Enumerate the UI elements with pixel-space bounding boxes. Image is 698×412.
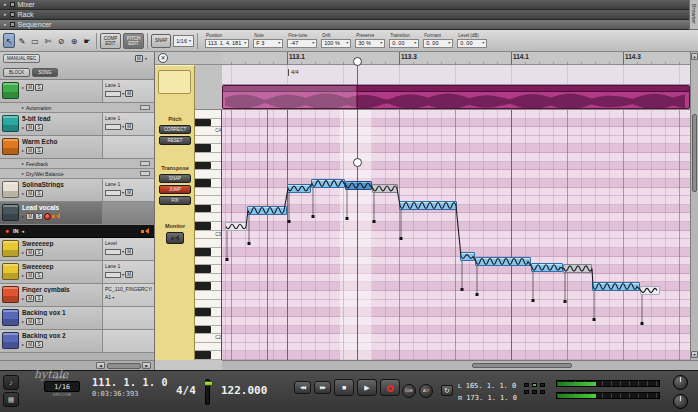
track-lane-column[interactable]: Lane 1▾M <box>102 261 154 283</box>
lane-selector[interactable] <box>105 249 121 255</box>
mixer-window-bar[interactable]: ▸ Mixer <box>0 0 689 10</box>
lane-mute-button[interactable]: M <box>125 248 133 255</box>
track-fold-icon[interactable]: ▸ <box>22 296 24 301</box>
alt-button[interactable]: ALT <box>419 384 433 398</box>
track-row[interactable]: Backing vox 2▸MS <box>0 330 154 353</box>
scroll-left-icon[interactable]: ◀ <box>96 362 105 369</box>
piano-key[interactable] <box>195 257 222 266</box>
dropdown-caret-icon[interactable]: ▾ <box>122 91 124 96</box>
piano-key[interactable] <box>195 188 222 197</box>
record-button[interactable] <box>380 379 400 396</box>
track-lane-column[interactable]: Lane 1▾M <box>102 179 154 201</box>
piano-key[interactable] <box>195 110 222 119</box>
track-row[interactable]: Sweeeeep▸MSLevel▾M <box>0 238 154 261</box>
vertical-scrollbar[interactable]: ▲ ▼ <box>690 52 698 360</box>
solo-button[interactable]: S <box>35 249 43 256</box>
play-button[interactable]: ▶ <box>357 379 377 396</box>
dropdown-caret-icon[interactable]: ▾ <box>122 124 124 129</box>
piano-key[interactable] <box>195 274 222 283</box>
pads-pad-button[interactable]: ▦ <box>3 392 19 407</box>
groove-label[interactable]: GROOVE <box>44 392 80 398</box>
automation-lane-box[interactable] <box>140 171 150 176</box>
fold-icon[interactable]: ▸ <box>4 12 7 17</box>
track-lane-column[interactable] <box>102 330 154 352</box>
mute-button[interactable]: M <box>26 124 34 131</box>
horizontal-scrollbar[interactable] <box>222 360 698 370</box>
pitch-note[interactable] <box>592 282 640 291</box>
lane-selector[interactable] <box>105 124 121 130</box>
mute-button[interactable]: M <box>26 272 34 279</box>
hand-tool[interactable]: ☛ <box>81 33 93 48</box>
pitch-note[interactable] <box>287 184 311 193</box>
field-value[interactable]: 100 %▾ <box>321 39 351 48</box>
pitch-note[interactable] <box>563 264 592 273</box>
dropdown-caret-icon[interactable]: ▾ <box>122 272 124 277</box>
fold-icon[interactable]: ▸ <box>4 2 7 7</box>
pitch-note[interactable] <box>460 252 475 261</box>
lane-mute-button[interactable]: M <box>125 90 133 97</box>
track-fold-icon[interactable]: ▸ <box>22 342 24 347</box>
solo-button[interactable]: S <box>35 318 43 325</box>
piano-key[interactable] <box>195 291 222 300</box>
field-value[interactable]: -47▾ <box>287 39 317 48</box>
piano-key[interactable] <box>195 153 222 162</box>
piano-key[interactable]: C3 <box>195 231 222 240</box>
mute-tool[interactable]: ⊘ <box>55 33 67 48</box>
mute-button[interactable]: M <box>26 84 34 91</box>
track-lane-column[interactable]: Lane 1▾M <box>102 113 154 135</box>
dropdown-caret-icon[interactable]: ▾ <box>122 190 124 195</box>
track-fold-icon[interactable]: ▸ <box>22 148 24 153</box>
track-row[interactable]: 5-bit lead▸MSLane 1▾M <box>0 113 154 136</box>
snap-value-dropdown[interactable]: 1/16 ▾ <box>173 35 194 47</box>
scrollbar-thumb[interactable] <box>472 363 572 368</box>
track-row[interactable]: Backing vox 1▸MS <box>0 307 154 330</box>
scroll-down-icon[interactable]: ▼ <box>691 351 698 358</box>
lane-mute-button[interactable]: M <box>125 123 133 130</box>
solo-button[interactable]: S <box>35 272 43 279</box>
time-signature-display[interactable]: 4/4 <box>176 384 196 397</box>
click-level-slider[interactable] <box>205 379 210 405</box>
pencil-tool[interactable]: ✎ <box>16 33 28 48</box>
lane-mute-button[interactable]: M <box>125 271 133 278</box>
bar-position-display[interactable]: 111. 1. 1. 0 <box>92 377 168 388</box>
track-lane-column[interactable] <box>102 202 154 224</box>
track-fold-icon[interactable]: ▸ <box>22 85 24 90</box>
metronome-pad-button[interactable]: ♪ <box>3 375 19 390</box>
track-input-row[interactable]: IN◂ <box>0 225 154 238</box>
track-row[interactable]: Warm Echo▸MS <box>0 136 154 159</box>
cursor-marker-handle[interactable] <box>353 57 362 66</box>
scroll-up-icon[interactable]: ▲ <box>691 53 698 60</box>
transpose-snap-button[interactable]: SNAP <box>159 174 191 183</box>
manual-rec-button[interactable]: MANUAL REC <box>3 54 40 63</box>
mute-button[interactable]: M <box>26 318 34 325</box>
lane-selector[interactable] <box>105 91 121 97</box>
scroll-right-icon[interactable]: ▶ <box>142 362 151 369</box>
automation-lane-box[interactable] <box>140 161 150 166</box>
pitch-edit-button[interactable]: PITCH EDIT <box>123 33 144 49</box>
solo-button[interactable]: S <box>35 190 43 197</box>
track-lane-column[interactable]: PC_110_FINGERCYMBA1▾ <box>102 284 154 306</box>
piano-key[interactable]: C2 <box>195 334 222 343</box>
pitch-edit-grid[interactable] <box>222 110 690 360</box>
dropdown-caret-icon[interactable]: ▾ <box>122 249 124 254</box>
field-value[interactable]: 0. 00▾ <box>457 39 487 48</box>
track-lane-column[interactable]: Lane 1▾M <box>102 80 154 102</box>
piano-key[interactable] <box>195 196 222 205</box>
pitch-note[interactable] <box>399 201 457 210</box>
tempo-display[interactable]: 122.000 <box>221 384 267 397</box>
slider-thumb[interactable] <box>204 381 213 386</box>
fold-icon[interactable]: ▸ <box>22 171 24 176</box>
track-row[interactable]: Sweeeeep▸MSLane 1▾M <box>0 261 154 284</box>
loop-right-display[interactable]: 173. 1. 1. 0 <box>466 394 517 402</box>
snap-toggle-button[interactable]: SNAP <box>151 34 171 48</box>
mute-button[interactable]: M <box>26 341 34 348</box>
piano-key[interactable] <box>195 343 222 352</box>
time-position-display[interactable]: 0:03:36:393 <box>92 390 168 398</box>
pitch-note[interactable] <box>247 206 287 215</box>
quantize-value-display[interactable]: 1/16 <box>44 381 80 392</box>
solo-button[interactable]: S <box>35 213 43 220</box>
browser-side-tab[interactable]: Browser <box>689 0 698 30</box>
rack-window-bar[interactable]: ▸ Rack <box>0 10 689 20</box>
timeline-ruler[interactable]: 113.1113.3114.1114.3 <box>222 52 690 65</box>
piano-key[interactable] <box>195 119 222 128</box>
